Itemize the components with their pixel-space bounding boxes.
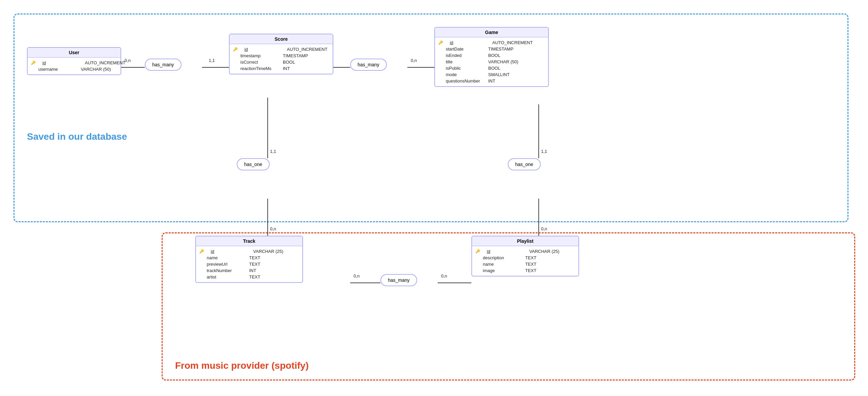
field-track-tracknumber-name: trackNumber <box>207 268 244 273</box>
field-score-iscorrect-type: BOOL <box>283 60 295 65</box>
region-blue-label: Saved in our database <box>27 131 127 142</box>
entity-score-row-timestamp: timestamp TIMESTAMP <box>233 53 329 59</box>
relation-track-playlist: has_many <box>380 274 417 286</box>
field-track-id-type: VARCHAR (25) <box>253 249 283 254</box>
field-score-reactiontimems-name: reactionTimeMs <box>240 66 277 71</box>
field-playlist-name-type: TEXT <box>525 262 536 267</box>
entity-user-row-id: 🔑 id AUTO_INCREMENT <box>31 60 117 66</box>
entity-playlist-body: 🔑 id VARCHAR (25) description TEXT name … <box>472 246 579 276</box>
entity-track-header: Track <box>196 236 302 246</box>
entity-score-row-reactiontimems: reactionTimeMs INT <box>233 65 329 72</box>
field-playlist-image-name: image <box>483 268 520 273</box>
entity-game-row-isended: isEnded BOOL <box>438 52 545 59</box>
entity-score-header: Score <box>229 34 333 44</box>
field-user-username-name: username <box>38 67 75 72</box>
relation-user-score: has_many <box>145 59 182 71</box>
relation-game-playlist: has_one <box>508 158 541 171</box>
field-game-isended-name: isEnded <box>446 53 483 58</box>
region-blue <box>13 13 848 222</box>
field-game-isended-type: BOOL <box>488 53 500 58</box>
entity-track-row-artist: artist TEXT <box>199 274 299 280</box>
entity-game-row-startdate: startDate TIMESTAMP <box>438 46 545 52</box>
entity-score-row-id: 🔑 id AUTO_INCREMENT <box>233 46 329 53</box>
field-score-id-type: AUTO_INCREMENT <box>287 47 327 52</box>
field-score-timestamp-name: timestamp <box>240 53 277 58</box>
pk-icon-track-id: 🔑 <box>199 249 204 253</box>
entity-game-row-mode: mode SMALLINT <box>438 71 545 78</box>
entity-playlist-row-id: 🔑 id VARCHAR (25) <box>475 248 575 254</box>
field-user-username-type: VARCHAR (50) <box>81 67 111 72</box>
entity-track-row-tracknumber: trackNumber INT <box>199 267 299 274</box>
entity-user: User 🔑 id AUTO_INCREMENT username VARCHA… <box>27 47 121 75</box>
card-user-score-right: 1,1 <box>209 58 215 63</box>
field-score-reactiontimems-type: INT <box>283 66 290 71</box>
field-score-iscorrect-name: isCorrect <box>240 60 277 65</box>
field-track-id-name: id <box>211 249 248 254</box>
relation-score-game: has_many <box>350 59 387 71</box>
region-red-label: From music provider (spotify) <box>175 360 309 371</box>
field-user-id-type: AUTO_INCREMENT <box>85 60 125 65</box>
entity-user-header: User <box>28 48 121 58</box>
field-game-startdate-name: startDate <box>446 47 483 52</box>
entity-playlist: Playlist 🔑 id VARCHAR (25) description T… <box>471 236 579 276</box>
entity-game-row-ispublic: isPublic BOOL <box>438 65 545 71</box>
field-track-name-name: name <box>207 255 244 260</box>
entity-track-row-id: 🔑 id VARCHAR (25) <box>199 248 299 254</box>
entity-playlist-row-image: image TEXT <box>475 267 575 274</box>
field-playlist-description-name: description <box>483 255 520 260</box>
field-game-ispublic-type: BOOL <box>488 66 500 71</box>
field-playlist-id-type: VARCHAR (25) <box>529 249 559 254</box>
field-track-previewurl-type: TEXT <box>249 262 260 267</box>
entity-playlist-header: Playlist <box>472 236 579 246</box>
pk-icon-score-id: 🔑 <box>233 47 238 52</box>
entity-user-body: 🔑 id AUTO_INCREMENT username VARCHAR (50… <box>28 58 121 74</box>
field-game-title-name: title <box>446 59 483 64</box>
field-game-ispublic-name: isPublic <box>446 66 483 71</box>
entity-score-body: 🔑 id AUTO_INCREMENT timestamp TIMESTAMP … <box>229 44 333 74</box>
pk-icon-game-id: 🔑 <box>438 40 443 45</box>
pk-icon-user-id: 🔑 <box>31 61 36 65</box>
field-playlist-description-type: TEXT <box>525 255 536 260</box>
field-game-mode-type: SMALLINT <box>488 72 510 77</box>
field-score-id-name: id <box>244 47 281 52</box>
entity-playlist-row-name: name TEXT <box>475 261 575 267</box>
field-game-questionsnumber-name: questionsNumber <box>446 79 483 84</box>
entity-track-body: 🔑 id VARCHAR (25) name TEXT previewUrl T… <box>196 246 302 282</box>
entity-game-body: 🔑 id AUTO_INCREMENT startDate TIMESTAMP … <box>435 37 548 86</box>
card-score-track-bottom: 0,n <box>270 226 276 231</box>
entity-score-row-iscorrect: isCorrect BOOL <box>233 59 329 65</box>
card-score-track-top: 1,1 <box>270 149 276 154</box>
field-playlist-id-name: id <box>487 249 524 254</box>
card-game-playlist-bottom: 0,n <box>541 226 547 231</box>
field-score-timestamp-type: TIMESTAMP <box>283 53 308 58</box>
field-playlist-name-name: name <box>483 262 520 267</box>
relation-score-track: has_one <box>237 158 270 171</box>
card-track-playlist-left: 0,n <box>353 273 360 278</box>
entity-game-header: Game <box>435 28 548 37</box>
entity-score: Score 🔑 id AUTO_INCREMENT timestamp TIME… <box>229 34 333 74</box>
card-game-playlist-top: 1,1 <box>541 149 547 154</box>
entity-playlist-row-description: description TEXT <box>475 254 575 261</box>
entity-track-row-previewurl: previewUrl TEXT <box>199 261 299 267</box>
entity-track-row-name: name TEXT <box>199 254 299 261</box>
entity-game-row-questionsnumber: questionsNumber INT <box>438 78 545 84</box>
field-track-tracknumber-type: INT <box>249 268 256 273</box>
field-track-previewurl-name: previewUrl <box>207 262 244 267</box>
diagram-container: Saved in our database From music provide… <box>0 0 868 396</box>
entity-game: Game 🔑 id AUTO_INCREMENT startDate TIMES… <box>434 27 549 87</box>
field-game-mode-name: mode <box>446 72 483 77</box>
field-track-artist-name: artist <box>207 274 244 279</box>
field-game-questionsnumber-type: INT <box>488 79 495 84</box>
field-game-id-name: id <box>450 40 487 45</box>
field-game-title-type: VARCHAR (50) <box>488 59 518 64</box>
field-game-startdate-type: TIMESTAMP <box>488 47 514 52</box>
field-user-id-name: id <box>42 60 80 65</box>
entity-user-row-username: username VARCHAR (50) <box>31 66 117 72</box>
entity-game-row-title: title VARCHAR (50) <box>438 59 545 65</box>
field-game-id-type: AUTO_INCREMENT <box>492 40 533 45</box>
field-track-name-type: TEXT <box>249 255 260 260</box>
entity-track: Track 🔑 id VARCHAR (25) name TEXT previe… <box>195 236 303 283</box>
card-user-score-left: 0,n <box>125 58 131 63</box>
pk-icon-playlist-id: 🔑 <box>475 249 480 253</box>
field-track-artist-type: TEXT <box>249 274 260 279</box>
